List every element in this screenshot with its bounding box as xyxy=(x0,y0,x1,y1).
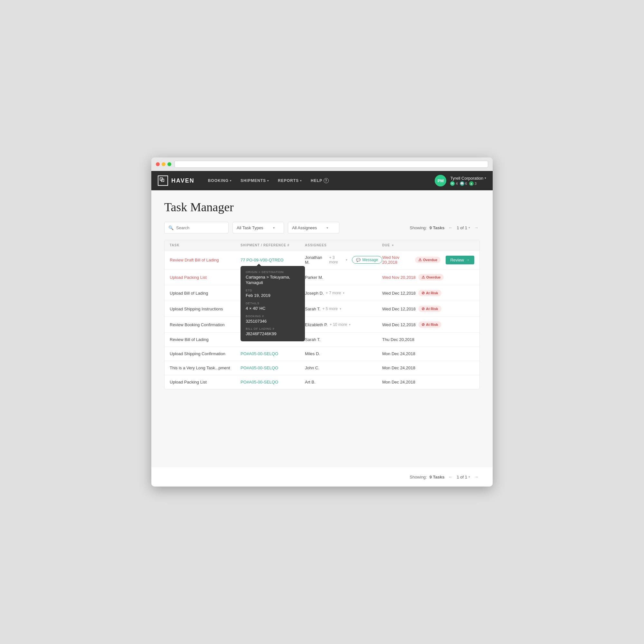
review-button-0[interactable]: Review → xyxy=(446,256,474,264)
nav-items: BOOKING ▾ SHIPMENTS ▾ REPORTS ▾ HELP ? xyxy=(204,176,435,185)
due-date-0: Wed Nov 20,2018 xyxy=(382,255,412,265)
nav-reports[interactable]: REPORTS ▾ xyxy=(274,176,306,185)
shipment-ref-7[interactable]: PO#A05-00-SELQO xyxy=(241,365,305,370)
assignees-cell-0: Jonathan M. + 3 more ▾ 💬 Message xyxy=(305,255,382,265)
task-type-filter[interactable]: All Task Types ▾ xyxy=(232,222,284,233)
table-row: Review Draft Bill of Lading 77 PO-09-V00… xyxy=(165,251,479,270)
nav-logo[interactable]: HAVEN xyxy=(158,175,194,186)
assignee-more-3[interactable]: + 5 more xyxy=(322,307,338,311)
due-sort-icon[interactable]: ▼ xyxy=(391,244,394,247)
company-name[interactable]: Tyrell Corporation ▾ xyxy=(450,176,486,181)
due-cell-8: Mon Dec 24,2018 xyxy=(382,380,474,384)
assignees-cell-2: Joseph D. + 7 more ▾ xyxy=(305,291,382,296)
assignee-chevron-3[interactable]: ▾ xyxy=(340,307,341,310)
company-info: Tyrell Corporation ▾ ✉ 4 💬 6 ▲ 3 xyxy=(450,176,486,186)
due-date-4: Wed Dec 12,2018 xyxy=(382,322,416,327)
shipment-ref-6[interactable]: PO#A05-00-SELQO xyxy=(241,351,305,356)
browser-chrome xyxy=(151,157,493,171)
traffic-light-red[interactable] xyxy=(156,162,160,166)
due-cell-2: Wed Dec 12,2018 ⊘ At Risk xyxy=(382,290,474,296)
due-cell-5: Thu Dec 20,2018 xyxy=(382,337,474,342)
company-chevron-icon: ▾ xyxy=(485,176,486,180)
tooltip-details: DETAILS 4 × 40' HC xyxy=(246,302,300,311)
table-row: Upload Shipping Instructions Sarah T. + … xyxy=(165,301,479,317)
tooltip-popup: ORIGIN > DESTINATION Cartagena > Tokuyam… xyxy=(241,266,305,341)
nav-booking[interactable]: BOOKING ▾ xyxy=(204,176,235,185)
browser-address-bar[interactable] xyxy=(175,161,488,168)
search-icon: 🔍 xyxy=(168,225,174,230)
traffic-light-green[interactable] xyxy=(167,162,171,166)
tooltip-bol: BILL OF LADING # J8246F7246K99 xyxy=(246,327,300,337)
bottom-prev-page-button[interactable]: ← xyxy=(447,474,454,480)
navbar: HAVEN BOOKING ▾ SHIPMENTS ▾ REPORTS ▾ HE… xyxy=(151,171,493,190)
nav-badges: ✉ 4 💬 6 ▲ 3 xyxy=(450,181,476,186)
shipments-chevron: ▾ xyxy=(267,179,269,182)
overdue-icon-1: ⚠ xyxy=(421,275,425,279)
comment-badge-icon: 💬 xyxy=(460,181,464,186)
assignee-name-3: Sarah T. xyxy=(305,307,320,311)
user-avatar[interactable]: PM xyxy=(435,175,446,186)
tooltip-origin: ORIGIN > DESTINATION Cartagena > Tokuyam… xyxy=(246,270,300,286)
assignee-name-7: John C. xyxy=(305,365,319,370)
assignees-chevron-icon: ▾ xyxy=(327,226,328,230)
badge-comments[interactable]: 💬 6 xyxy=(460,181,467,186)
message-button-0[interactable]: 💬 Message xyxy=(352,256,382,264)
shipment-ref-8[interactable]: PO#A05-00-SELQO xyxy=(241,380,305,384)
assignee-name-1: Parker M. xyxy=(305,275,323,280)
due-date-5: Thu Dec 20,2018 xyxy=(382,337,414,342)
task-table: TASK SHIPMENT / REFERENCE # ASSIGNEES DU… xyxy=(164,240,480,389)
table-row: This is a Very Long Task...pment PO#A05-… xyxy=(165,361,479,375)
task-name-6: Upload Shipping Confirmation xyxy=(170,351,241,356)
nav-logo-text: HAVEN xyxy=(171,177,194,184)
alert-badge-icon: ▲ xyxy=(469,181,474,186)
traffic-light-yellow[interactable] xyxy=(162,162,166,166)
table-row: Upload Bill of Lading Joseph D. + 7 more… xyxy=(165,285,479,301)
browser-window: HAVEN BOOKING ▾ SHIPMENTS ▾ REPORTS ▾ HE… xyxy=(151,157,493,487)
assignee-name-0: Jonathan M. xyxy=(305,255,327,265)
assignee-chevron-2[interactable]: ▾ xyxy=(343,291,345,295)
assignee-chevron-0[interactable]: ▾ xyxy=(346,258,347,261)
due-cell-1: Wed Nov 20,2018 ⚠ Overdue xyxy=(382,274,474,280)
assignee-more-2[interactable]: + 7 more xyxy=(326,291,341,295)
assignee-chevron-4[interactable]: ▾ xyxy=(349,323,351,326)
assignee-name-5: Sarah T. xyxy=(305,337,320,342)
due-cell-3: Wed Dec 12,2018 ⊘ At Risk xyxy=(382,306,474,312)
assignee-more-4[interactable]: + 10 more xyxy=(330,322,347,327)
next-page-button[interactable]: → xyxy=(473,224,480,231)
prev-page-button[interactable]: ← xyxy=(447,224,454,231)
bottom-page-info: 1 of 1 ▾ xyxy=(457,475,470,479)
help-icon: ? xyxy=(324,178,329,183)
assignees-cell-1: Parker M. xyxy=(305,275,382,280)
badge-alerts[interactable]: ▲ 3 xyxy=(469,181,477,186)
task-name-1[interactable]: Upload Packing List xyxy=(170,275,241,280)
page-info: 1 of 1 ▾ xyxy=(457,225,470,230)
tooltip-wrapper-0: 77 PO-09-V00-QTREO ORIGIN > DESTINATION … xyxy=(241,257,305,263)
search-box[interactable]: 🔍 xyxy=(164,222,229,233)
nav-right: PM Tyrell Corporation ▾ ✉ 4 💬 6 xyxy=(435,175,486,186)
task-name-3: Upload Shipping Instructions xyxy=(170,307,241,311)
bottom-pagination: Showing: 9 Tasks ← 1 of 1 ▾ → xyxy=(151,467,493,487)
table-row: Review Bill of Lading Sarah T. Thu Dec 2… xyxy=(165,333,479,347)
shipment-ref-0[interactable]: 77 PO-09-V00-QTREO xyxy=(241,258,284,262)
bottom-next-page-button[interactable]: → xyxy=(473,474,480,480)
at-risk-icon-4: ⊘ xyxy=(421,322,425,327)
assignees-filter[interactable]: All Assignees ▾ xyxy=(288,222,339,233)
nav-help[interactable]: HELP ? xyxy=(307,176,333,185)
main-content: Task Manager 🔍 All Task Types ▾ All Assi… xyxy=(151,190,493,467)
assignee-name-6: Miles D. xyxy=(305,351,320,356)
tooltip-etd: ETD Feb 19, 2019 xyxy=(246,289,300,298)
tooltip-booking: BOOKING # 325107346 xyxy=(246,315,300,324)
badge-messages[interactable]: ✉ 4 xyxy=(450,181,458,186)
status-badge-1: ⚠ Overdue xyxy=(418,274,444,280)
task-name-0[interactable]: Review Draft Bill of Lading xyxy=(170,258,241,262)
status-badge-0: ⚠ Overdue xyxy=(415,257,441,263)
toolbar: 🔍 All Task Types ▾ All Assignees ▾ Showi… xyxy=(164,222,480,233)
table-header: TASK SHIPMENT / REFERENCE # ASSIGNEES DU… xyxy=(165,240,479,251)
search-input[interactable] xyxy=(176,225,224,230)
due-cell-6: Mon Dec 24,2018 xyxy=(382,351,474,356)
assignee-more-0[interactable]: + 3 more xyxy=(329,255,344,264)
due-date-6: Mon Dec 24,2018 xyxy=(382,351,415,356)
table-row: Upload Packing List Parker M. Wed Nov 20… xyxy=(165,270,479,285)
nav-shipments[interactable]: SHIPMENTS ▾ xyxy=(237,176,273,185)
th-due: DUE ▼ xyxy=(382,243,474,247)
